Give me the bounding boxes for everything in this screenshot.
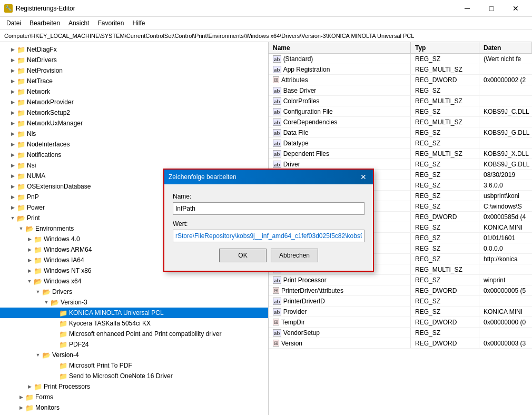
dialog-name-input[interactable] — [173, 202, 364, 215]
dialog-value-field: Wert: — [173, 220, 364, 242]
dialog-body: Name: Wert: OK Abbrechen — [164, 184, 373, 271]
dialog-name-label: Name: — [173, 193, 364, 200]
dialog-title: Zeichenfolge bearbeiten — [169, 173, 237, 181]
dialog-overlay: Zeichenfolge bearbeiten ✕ Name: Wert: OK… — [0, 0, 532, 415]
main-layout: ▶📁NetDiagFx▶📁NetDrivers▶📁NetProvision▶📁N… — [0, 42, 532, 415]
dialog-title-bar: Zeichenfolge bearbeiten ✕ — [164, 170, 373, 184]
edit-dialog: Zeichenfolge bearbeiten ✕ Name: Wert: OK… — [163, 169, 374, 272]
dialog-cancel-button[interactable]: Abbrechen — [271, 249, 318, 262]
dialog-buttons: OK Abbrechen — [173, 249, 364, 262]
dialog-value-label: Wert: — [173, 220, 364, 228]
dialog-name-field: Name: — [173, 193, 364, 215]
dialog-close-button[interactable]: ✕ — [358, 172, 369, 182]
dialog-ok-button[interactable]: OK — [219, 249, 267, 262]
dialog-value-input[interactable] — [173, 230, 364, 242]
